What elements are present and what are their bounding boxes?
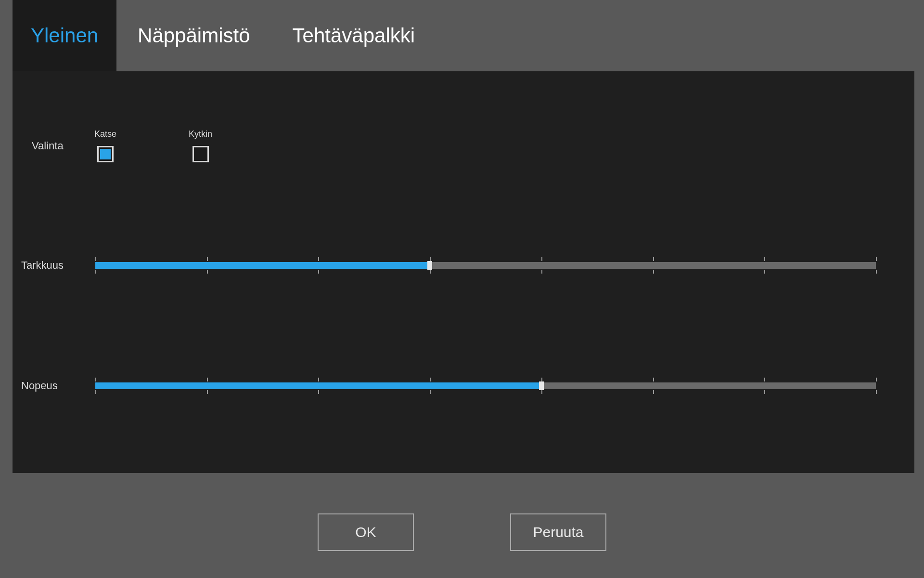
- slider-tick: [541, 390, 542, 394]
- tab-keyboard[interactable]: Näppäimistö: [116, 0, 271, 71]
- tabstrip-lead-spacer: [0, 0, 13, 71]
- cancel-button-label: Peruuta: [533, 524, 583, 540]
- settings-panel: Valinta Katse Kytkin Tarkkuus: [13, 71, 914, 473]
- slider-tick: [653, 257, 654, 261]
- slider-tick: [541, 270, 542, 274]
- selection-option-gaze-label: Katse: [94, 129, 116, 139]
- slider-tick: [430, 257, 431, 261]
- slider-tick: [541, 378, 542, 381]
- slider-tick: [430, 378, 431, 381]
- selection-checkbox-gaze[interactable]: [97, 146, 114, 162]
- slider-tick: [318, 378, 319, 381]
- dialog-footer: OK Peruuta: [0, 513, 924, 551]
- ok-button-label: OK: [355, 524, 376, 540]
- slider-tick: [318, 270, 319, 274]
- cancel-button[interactable]: Peruuta: [510, 513, 606, 551]
- slider-tick: [876, 270, 877, 274]
- slider-tick: [764, 257, 765, 261]
- ok-button[interactable]: OK: [318, 513, 414, 551]
- slider-tick: [876, 378, 877, 381]
- selection-label: Valinta: [32, 140, 94, 152]
- slider-tick: [318, 257, 319, 261]
- slider-tick: [95, 378, 96, 381]
- slider-tick: [430, 390, 431, 394]
- speed-label: Nopeus: [21, 380, 95, 392]
- slider-tick: [876, 390, 877, 394]
- checkbox-fill-icon: [100, 149, 111, 159]
- tab-keyboard-label: Näppäimistö: [138, 24, 250, 47]
- slider-tick: [207, 257, 208, 261]
- slider-tick: [318, 390, 319, 394]
- slider-tick: [764, 270, 765, 274]
- tab-general-label: Yleinen: [31, 24, 98, 47]
- precision-label: Tarkkuus: [21, 259, 95, 272]
- slider-tick: [764, 378, 765, 381]
- slider-tick: [653, 270, 654, 274]
- slider-tick: [653, 378, 654, 381]
- slider-thumb[interactable]: [427, 261, 432, 270]
- selection-checkbox-switch[interactable]: [192, 146, 209, 162]
- speed-row: Nopeus: [21, 380, 876, 392]
- tab-taskbar[interactable]: Tehtäväpalkki: [271, 0, 436, 71]
- slider-tick: [95, 390, 96, 394]
- slider-tick: [541, 257, 542, 261]
- selection-option-gaze: Katse: [94, 129, 116, 162]
- selection-option-switch-label: Kytkin: [189, 129, 212, 139]
- slider-tick: [207, 390, 208, 394]
- precision-row: Tarkkuus: [21, 259, 876, 272]
- slider-tick: [764, 390, 765, 394]
- slider-tick: [95, 270, 96, 274]
- tab-taskbar-label: Tehtäväpalkki: [293, 24, 415, 47]
- slider-fill: [95, 382, 541, 389]
- slider-tick: [430, 270, 431, 274]
- slider-tick: [207, 270, 208, 274]
- slider-tick: [207, 378, 208, 381]
- selection-option-switch: Kytkin: [189, 129, 212, 162]
- tab-general[interactable]: Yleinen: [13, 0, 116, 71]
- tab-strip: Yleinen Näppäimistö Tehtäväpalkki: [0, 0, 924, 71]
- selection-row: Valinta Katse Kytkin: [32, 129, 284, 162]
- speed-slider[interactable]: [95, 382, 876, 389]
- precision-slider[interactable]: [95, 262, 876, 269]
- slider-thumb[interactable]: [539, 381, 544, 390]
- slider-tick: [653, 390, 654, 394]
- slider-tick: [876, 257, 877, 261]
- slider-fill: [95, 262, 430, 269]
- slider-tick: [95, 257, 96, 261]
